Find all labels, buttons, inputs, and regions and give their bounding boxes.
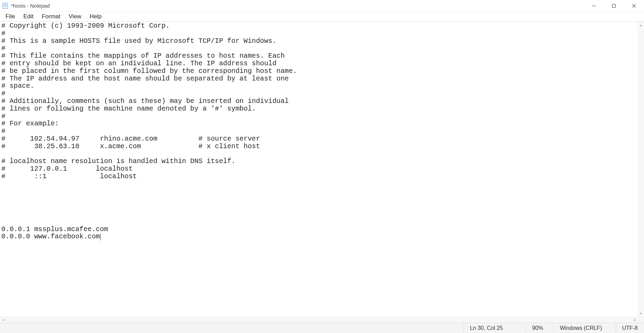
status-line-ending: Windows (CRLF) [553, 323, 616, 333]
menu-format[interactable]: Format [38, 12, 65, 21]
menu-help[interactable]: Help [85, 12, 106, 21]
menu-bar: File Edit Format View Help [0, 12, 644, 21]
menu-view[interactable]: View [65, 12, 86, 21]
minimize-button[interactable] [584, 0, 604, 11]
scroll-left-icon[interactable]: ◂ [0, 316, 6, 323]
scrollbar-corner [638, 316, 644, 323]
status-bar: Ln 30, Col 25 90% Windows (CRLF) UTF-8 [0, 323, 644, 333]
vertical-scrollbar[interactable]: ▴ ▾ [638, 22, 644, 316]
status-encoding: UTF-8 [616, 323, 644, 333]
menu-edit[interactable]: Edit [19, 12, 37, 21]
notepad-icon [2, 3, 8, 9]
editor-wrap: # Copyright (c) 1993-2009 Microsoft Corp… [0, 21, 644, 323]
title-bar: *hosts - Notepad [0, 0, 644, 12]
scroll-down-icon[interactable]: ▾ [638, 310, 644, 316]
window-controls [584, 0, 644, 11]
scroll-up-icon[interactable]: ▴ [638, 22, 644, 28]
maximize-button[interactable] [604, 0, 624, 11]
scroll-right-icon[interactable]: ▸ [632, 316, 638, 323]
status-spacer [0, 323, 463, 333]
window-title: *hosts - Notepad [11, 3, 50, 9]
status-cursor-position: Ln 30, Col 25 [463, 323, 526, 333]
horizontal-scrollbar[interactable]: ◂ ▸ [0, 316, 638, 323]
svg-rect-5 [613, 4, 616, 7]
svg-rect-0 [3, 3, 8, 9]
menu-file[interactable]: File [1, 12, 19, 21]
text-editor[interactable]: # Copyright (c) 1993-2009 Microsoft Corp… [0, 22, 644, 323]
close-button[interactable] [624, 0, 644, 11]
status-zoom: 90% [526, 323, 553, 333]
